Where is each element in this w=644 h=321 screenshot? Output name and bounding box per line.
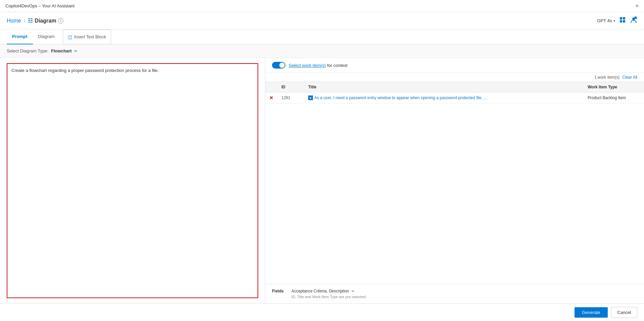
- page-title: Diagram: [35, 18, 56, 24]
- work-items-table: ID Title Work Item Type ✕1291■As a user,…: [265, 82, 644, 284]
- work-item-title-cell: ■As a user, I need a password entry wind…: [304, 92, 584, 104]
- tabs-bar: Prompt Diagram ◫ Insert Text Block: [0, 30, 644, 44]
- fields-row: Fields Acceptance Criteria, Description …: [272, 289, 637, 293]
- work-item-id-cell: 1291: [277, 92, 304, 104]
- current-page: ☷ Diagram i: [28, 17, 63, 24]
- app-title: Copilot4DevOps – Your AI Assistant: [5, 3, 75, 8]
- prompt-panel: Create a flowchart regarding a proper pa…: [0, 58, 265, 304]
- main-content: Create a flowchart regarding a proper pa…: [0, 58, 644, 304]
- fields-value: Acceptance Criteria, Description: [291, 289, 349, 293]
- header: Home › ☷ Diagram i GPT 4o ▾ +: [0, 12, 644, 30]
- tab-prompt-label: Prompt: [12, 34, 28, 39]
- generate-button[interactable]: Generate: [574, 307, 607, 318]
- context-header: Select work item(s) for context: [265, 58, 644, 73]
- col-header-remove: [265, 82, 277, 92]
- table-header-row: ID Title Work Item Type: [265, 82, 644, 92]
- diagram-nav-icon: ☷: [28, 17, 33, 24]
- work-item-type-cell: Product Backlog Item: [584, 92, 644, 104]
- insert-icon: ◫: [68, 34, 72, 40]
- col-header-type: Work Item Type: [584, 82, 644, 92]
- tab-diagram[interactable]: Diagram: [33, 30, 60, 44]
- fields-section: Fields Acceptance Criteria, Description …: [265, 284, 644, 304]
- svg-rect-0: [620, 17, 622, 19]
- col-header-title: Title: [304, 82, 584, 92]
- work-item-title-link[interactable]: As a user, I need a password entry windo…: [314, 95, 488, 100]
- tab-insert-label: Insert Text Block: [74, 34, 106, 39]
- fields-note: ID, Title and Work Item Type are pre-sel…: [291, 295, 637, 299]
- tab-prompt[interactable]: Prompt: [7, 30, 33, 44]
- diagram-type-value: Flowchart: [51, 48, 72, 53]
- svg-rect-3: [623, 20, 625, 23]
- toggle-track: [272, 62, 285, 69]
- fields-label: Fields: [272, 289, 289, 293]
- right-panel: Select work item(s) for context 1 work i…: [265, 58, 644, 304]
- toggle-thumb: [279, 63, 285, 68]
- title-bar: Copilot4DevOps – Your AI Assistant ×: [0, 0, 644, 12]
- diagram-type-edit-icon[interactable]: ✏: [74, 49, 78, 53]
- col-header-id: ID: [277, 82, 304, 92]
- table-row: ✕1291■As a user, I need a password entry…: [265, 92, 644, 104]
- context-text: Select work item(s) for context: [289, 63, 348, 68]
- select-work-items-link[interactable]: Select work item(s): [289, 63, 326, 68]
- cancel-button[interactable]: Cancel: [611, 307, 637, 318]
- diagram-type-bar: Select Diagram Type: Flowchart ✏: [0, 44, 644, 58]
- remove-work-item-button[interactable]: ✕: [269, 95, 273, 101]
- svg-rect-2: [620, 20, 622, 23]
- remove-cell: ✕: [265, 92, 277, 104]
- clear-all-link[interactable]: Clear All: [622, 75, 637, 80]
- work-items-count-bar: 1 work item(s) Clear All: [265, 73, 644, 82]
- info-icon[interactable]: i: [58, 18, 63, 24]
- tab-insert-text-block[interactable]: ◫ Insert Text Block: [63, 30, 111, 44]
- chevron-down-icon: ▾: [613, 19, 615, 23]
- header-right: GPT 4o ▾ +: [597, 16, 637, 25]
- svg-text:+: +: [635, 17, 636, 19]
- user-icon[interactable]: +: [630, 16, 637, 25]
- tab-diagram-label: Diagram: [38, 34, 55, 39]
- prompt-textarea[interactable]: Create a flowchart regarding a proper pa…: [7, 63, 258, 298]
- gpt-model-label: GPT 4o: [597, 18, 612, 23]
- gpt-model-selector[interactable]: GPT 4o ▾: [597, 18, 615, 23]
- context-toggle[interactable]: [272, 62, 285, 69]
- home-link[interactable]: Home: [7, 18, 21, 24]
- breadcrumb-separator: ›: [24, 18, 26, 24]
- fields-edit-icon[interactable]: ✏: [352, 289, 355, 293]
- close-button[interactable]: ×: [636, 3, 639, 9]
- diagram-type-label: Select Diagram Type:: [7, 48, 48, 53]
- footer: Generate Cancel: [0, 304, 644, 321]
- svg-rect-1: [623, 17, 625, 19]
- settings-icon[interactable]: [619, 16, 626, 25]
- breadcrumb: Home › ☷ Diagram i: [7, 17, 63, 24]
- work-items-count: 1 work item(s): [594, 75, 619, 80]
